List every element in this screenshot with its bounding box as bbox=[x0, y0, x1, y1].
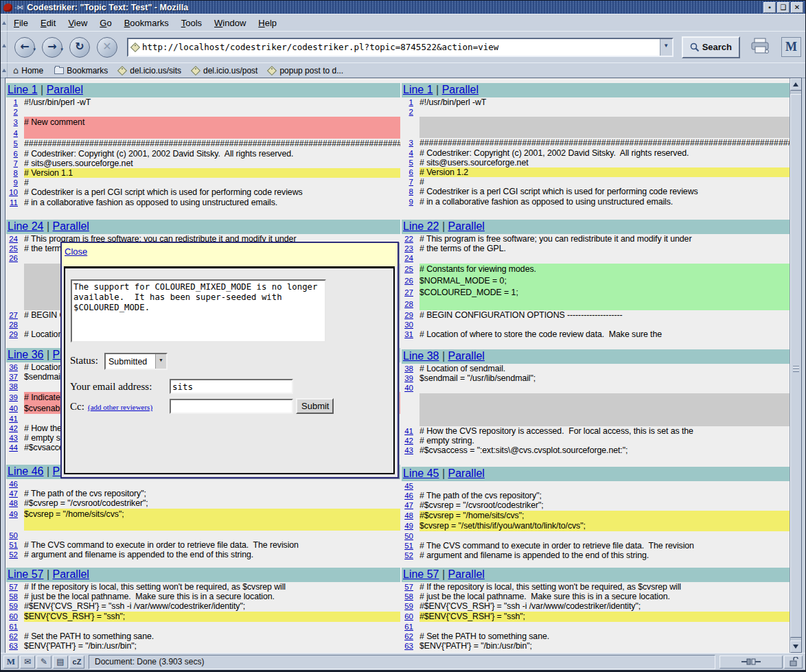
line-number-link[interactable]: 38 bbox=[404, 364, 413, 373]
line-number-link[interactable]: 26 bbox=[404, 277, 413, 285]
menu-item-go[interactable]: Go bbox=[93, 16, 117, 30]
email-field[interactable] bbox=[170, 379, 293, 394]
line-number-link[interactable]: 46 bbox=[404, 491, 413, 500]
line-number-link[interactable]: 27 bbox=[404, 288, 413, 297]
line-number-link[interactable]: 59 bbox=[9, 602, 18, 610]
line-number-link[interactable]: 4 bbox=[409, 149, 413, 157]
parallel-view-link[interactable]: Parallel bbox=[448, 350, 485, 362]
menu-item-file[interactable]: File bbox=[8, 16, 34, 30]
line-number-link[interactable]: 43 bbox=[9, 434, 18, 442]
address-book-icon[interactable]: ▤ bbox=[53, 656, 68, 669]
line-number-link[interactable]: 41 bbox=[9, 415, 18, 423]
bookmark-home[interactable]: ⌂Home bbox=[8, 64, 49, 77]
back-button[interactable]: ←▾ bbox=[14, 37, 35, 58]
line-number-link[interactable]: 39 bbox=[9, 393, 18, 402]
line-number-link[interactable]: 51 bbox=[9, 541, 18, 549]
bookmark-bookmarks[interactable]: Bookmarks bbox=[49, 64, 113, 77]
line-number-link[interactable]: 29 bbox=[9, 330, 18, 338]
line-number-link[interactable]: 6 bbox=[409, 168, 413, 176]
submit-button[interactable]: Submit bbox=[296, 398, 334, 414]
security-lock-icon[interactable] bbox=[784, 656, 803, 669]
line-number-link[interactable]: 9 bbox=[409, 198, 413, 206]
stop-button[interactable]: ✕ bbox=[97, 37, 117, 58]
line-number-link[interactable]: 30 bbox=[404, 321, 413, 329]
reload-button[interactable]: ↻ bbox=[69, 37, 90, 58]
line-number-link[interactable]: 57 bbox=[9, 583, 18, 591]
scroll-down-icon[interactable] bbox=[790, 640, 802, 653]
line-number-link[interactable]: 28 bbox=[404, 300, 413, 308]
line-anchor-link[interactable]: Line 57 bbox=[403, 568, 439, 580]
minimize-button[interactable]: ▪ bbox=[763, 2, 776, 13]
forward-dropdown-icon[interactable]: ▾ bbox=[60, 40, 63, 58]
line-number-link[interactable]: 60 bbox=[404, 612, 413, 621]
back-dropdown-icon[interactable]: ▾ bbox=[33, 40, 36, 58]
line-number-link[interactable]: 25 bbox=[404, 265, 413, 273]
line-number-link[interactable]: 27 bbox=[9, 311, 18, 319]
line-number-link[interactable]: 57 bbox=[404, 583, 413, 591]
cc-field[interactable] bbox=[170, 399, 293, 414]
line-number-link[interactable]: 11 bbox=[10, 198, 18, 207]
line-number-link[interactable]: 40 bbox=[9, 404, 18, 413]
line-number-link[interactable]: 39 bbox=[404, 374, 413, 382]
line-anchor-link[interactable]: Line 1 bbox=[403, 84, 433, 95]
line-anchor-link[interactable]: Line 36 bbox=[8, 349, 44, 360]
url-dropdown-icon[interactable]: ▼ bbox=[660, 39, 672, 56]
line-number-link[interactable]: 22 bbox=[404, 235, 413, 243]
line-number-link[interactable]: 61 bbox=[404, 623, 413, 631]
taskbar-navigator-button[interactable]: M bbox=[3, 656, 19, 669]
line-number-link[interactable]: 37 bbox=[9, 373, 18, 381]
line-number-link[interactable]: 7 bbox=[14, 159, 18, 167]
menu-item-help[interactable]: Help bbox=[252, 16, 283, 30]
print-icon[interactable] bbox=[750, 37, 772, 58]
toolbar-grippy[interactable] bbox=[1, 32, 8, 62]
toolbar-grippy[interactable] bbox=[1, 63, 8, 78]
line-anchor-link[interactable]: Line 24 bbox=[8, 220, 44, 232]
menu-item-window[interactable]: Window bbox=[208, 16, 252, 30]
scroll-up-icon[interactable] bbox=[790, 78, 802, 91]
line-anchor-link[interactable]: Line 1 bbox=[8, 84, 38, 95]
bookmark-popup-post-to-d[interactable]: popup post to d... bbox=[263, 64, 349, 77]
chatzilla-icon[interactable]: cZ bbox=[69, 656, 84, 669]
line-number-link[interactable]: 5 bbox=[409, 159, 413, 167]
line-number-link[interactable]: 63 bbox=[9, 642, 18, 650]
line-number-link[interactable]: 45 bbox=[404, 482, 413, 490]
line-number-link[interactable]: 47 bbox=[404, 501, 413, 509]
line-number-link[interactable]: 9 bbox=[14, 178, 18, 187]
line-number-link[interactable]: 10 bbox=[9, 188, 18, 196]
line-anchor-link[interactable]: Line 38 bbox=[403, 350, 439, 362]
line-number-link[interactable]: 49 bbox=[9, 510, 18, 518]
url-input[interactable] bbox=[141, 41, 660, 54]
line-number-link[interactable]: 26 bbox=[9, 254, 18, 262]
line-number-link[interactable]: 59 bbox=[404, 602, 413, 610]
parallel-view-link[interactable]: Parallel bbox=[448, 467, 485, 479]
menu-item-bookmarks[interactable]: Bookmarks bbox=[118, 16, 175, 30]
status-select[interactable]: Submitted ▼ bbox=[104, 353, 168, 370]
line-number-link[interactable]: 50 bbox=[9, 531, 18, 540]
vertical-scrollbar[interactable] bbox=[790, 78, 801, 653]
line-number-link[interactable]: 52 bbox=[404, 551, 413, 559]
line-number-link[interactable]: 52 bbox=[9, 551, 18, 559]
menu-item-tools[interactable]: Tools bbox=[175, 16, 208, 30]
line-number-link[interactable]: 48 bbox=[9, 499, 18, 507]
line-anchor-link[interactable]: Line 22 bbox=[403, 220, 439, 232]
close-button[interactable]: ✕ bbox=[791, 2, 803, 13]
popup-close-link[interactable]: Close bbox=[65, 246, 87, 257]
forward-button[interactable]: →▾ bbox=[42, 37, 62, 58]
line-number-link[interactable]: 25 bbox=[9, 244, 18, 253]
add-reviewers-link[interactable]: (add other reviewers) bbox=[88, 403, 152, 411]
line-number-link[interactable]: 36 bbox=[9, 363, 18, 371]
line-number-link[interactable]: 47 bbox=[9, 489, 18, 498]
line-number-link[interactable]: 40 bbox=[404, 384, 413, 392]
line-number-link[interactable]: 7 bbox=[409, 178, 413, 186]
line-number-link[interactable]: 38 bbox=[9, 382, 18, 391]
line-number-link[interactable]: 43 bbox=[404, 446, 413, 454]
line-number-link[interactable]: 50 bbox=[404, 532, 413, 540]
line-number-link[interactable]: 3 bbox=[14, 118, 18, 126]
composer-icon[interactable]: ✎ bbox=[36, 656, 51, 669]
bookmark-del-icio-us-post[interactable]: del.icio.us/post bbox=[187, 64, 263, 77]
parallel-view-link[interactable]: Parallel bbox=[448, 568, 485, 580]
line-number-link[interactable]: 41 bbox=[404, 427, 413, 435]
line-number-link[interactable]: 31 bbox=[404, 330, 413, 338]
select-dropdown-icon[interactable]: ▼ bbox=[155, 354, 166, 369]
line-number-link[interactable]: 24 bbox=[404, 254, 413, 262]
